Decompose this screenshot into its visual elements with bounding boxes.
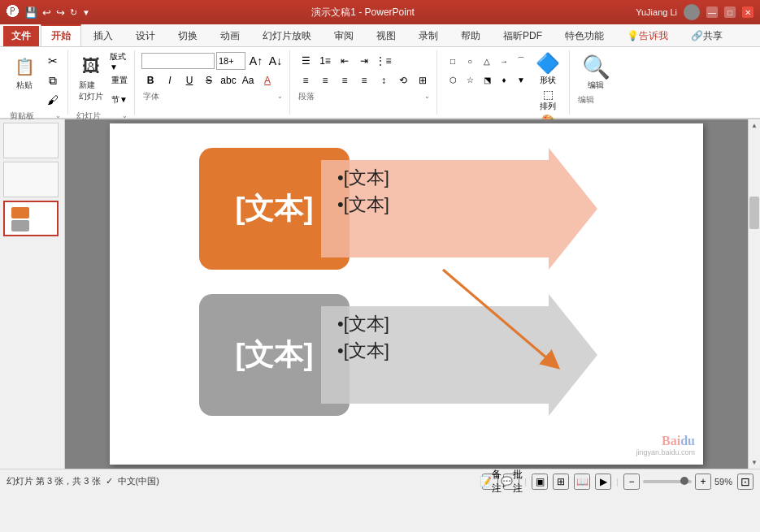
layout-button[interactable]: 版式▼ xyxy=(110,52,129,70)
increase-indent-btn[interactable]: ⇥ xyxy=(355,52,373,70)
tab-insert[interactable]: 插入 xyxy=(83,25,124,46)
zoom-out-btn[interactable]: − xyxy=(623,474,640,490)
tab-slideshow[interactable]: 幻灯片放映 xyxy=(252,25,322,46)
zoom-slider[interactable] xyxy=(643,480,692,483)
close-btn[interactable]: ✕ xyxy=(742,6,753,18)
scroll-down-btn[interactable]: ▼ xyxy=(749,456,761,469)
para-expand[interactable]: ⌄ xyxy=(424,93,430,100)
tab-search[interactable]: 💡告诉我 xyxy=(616,25,679,46)
bullet-bottom-1[interactable]: •[文本] xyxy=(337,310,389,337)
align-left-btn[interactable]: ≡ xyxy=(297,71,315,89)
tab-file[interactable]: 文件 xyxy=(3,26,39,46)
new-slide-button[interactable]: 🖼 新建幻灯片 xyxy=(75,52,107,104)
scroll-thumb[interactable] xyxy=(749,197,759,229)
redo-icon[interactable]: ↪ xyxy=(56,6,65,19)
align-right-btn[interactable]: ≡ xyxy=(336,71,354,89)
slides-expand[interactable]: ⌄ xyxy=(122,112,128,119)
notes-btn[interactable]: 📝 备注 xyxy=(482,474,498,490)
text-direction-btn[interactable]: ⟲ xyxy=(394,71,412,89)
gray-arrow-text[interactable]: •[文本] •[文本] xyxy=(337,310,389,364)
pink-arrow[interactable]: •[文本] •[文本] xyxy=(321,148,597,270)
shape-btn-3[interactable]: △ xyxy=(478,52,496,70)
scroll-up-btn[interactable]: ▲ xyxy=(749,119,761,132)
zoom-in-btn[interactable]: + xyxy=(695,474,711,490)
lang-label[interactable]: 中文(中国) xyxy=(118,475,159,487)
shape-btn-9[interactable]: ♦ xyxy=(495,71,513,89)
strikethrough-btn[interactable]: S xyxy=(200,71,218,89)
clipboard-expand[interactable]: ⌄ xyxy=(55,112,61,119)
text-shadow-btn[interactable]: abc xyxy=(219,71,237,89)
arrange-btn[interactable]: ⬚ 排列 xyxy=(532,88,564,112)
format-painter-button[interactable]: 🖌 xyxy=(43,91,63,109)
slideshow-btn[interactable]: ▶ xyxy=(595,474,611,490)
canvas-area[interactable]: [文本] •[文本] •[文本] [文本] xyxy=(65,119,748,469)
orange-shape-text[interactable]: [文本] xyxy=(236,189,314,229)
fit-window-btn[interactable]: ⊡ xyxy=(737,474,753,490)
maximize-btn[interactable]: □ xyxy=(724,6,736,18)
char-space-btn[interactable]: Aa xyxy=(239,71,257,89)
normal-view-btn[interactable]: ▣ xyxy=(532,474,548,490)
gray-arrow[interactable]: •[文本] •[文本] xyxy=(321,294,597,416)
shape-btn-6[interactable]: ⬡ xyxy=(444,71,462,89)
slide-thumb-1[interactable] xyxy=(3,123,59,158)
font-size-input[interactable] xyxy=(216,52,245,70)
font-decrease-btn[interactable]: A↓ xyxy=(267,52,284,70)
shape-btn-4[interactable]: → xyxy=(495,52,513,70)
edit-button[interactable]: 🔍 编辑 xyxy=(580,52,612,93)
tab-transitions[interactable]: 切换 xyxy=(167,25,208,46)
slide-thumb-3[interactable] xyxy=(3,201,59,236)
comments-btn[interactable]: 💬 批注 xyxy=(503,474,519,490)
tab-share[interactable]: 🔗共享 xyxy=(680,25,733,46)
section-button[interactable]: 节▼ xyxy=(110,91,129,109)
tab-special[interactable]: 特色功能 xyxy=(554,25,615,46)
qa-dropdown[interactable]: ▼ xyxy=(82,8,90,17)
tab-animations[interactable]: 动画 xyxy=(210,25,250,46)
tab-home[interactable]: 开始 xyxy=(41,24,81,46)
slide-thumb-2[interactable] xyxy=(3,162,59,197)
shape-btn-7[interactable]: ☆ xyxy=(461,71,479,89)
tab-view[interactable]: 视图 xyxy=(366,25,406,46)
zoom-level[interactable]: 59% xyxy=(714,477,732,487)
bullet-bottom-2[interactable]: •[文本] xyxy=(337,337,389,364)
tab-help[interactable]: 帮助 xyxy=(450,25,491,46)
pink-arrow-text[interactable]: •[文本] •[文本] xyxy=(337,164,389,218)
decrease-indent-btn[interactable]: ⇤ xyxy=(336,52,354,70)
reset-button[interactable]: 重置 xyxy=(110,71,129,89)
minimize-btn[interactable]: — xyxy=(706,6,718,18)
bullet-top-2[interactable]: •[文本] xyxy=(337,191,389,218)
tab-record[interactable]: 录制 xyxy=(408,25,449,46)
align-justify-btn[interactable]: ≡ xyxy=(355,71,373,89)
gray-shape-text[interactable]: [文本] xyxy=(236,335,314,375)
line-spacing-btn[interactable]: ↕ xyxy=(375,71,393,89)
shape-btn-8[interactable]: ⬔ xyxy=(478,71,496,89)
undo-icon[interactable]: ↩ xyxy=(42,6,51,19)
bold-btn[interactable]: B xyxy=(141,71,159,89)
tab-foxit[interactable]: 福昕PDF xyxy=(493,25,553,46)
smartart-btn[interactable]: ⊞ xyxy=(414,71,432,89)
numbering-btn[interactable]: 1≡ xyxy=(316,52,334,70)
italic-btn[interactable]: I xyxy=(161,71,179,89)
tab-design[interactable]: 设计 xyxy=(125,25,166,46)
columns-btn[interactable]: ⋮≡ xyxy=(375,52,393,70)
shapes-dropdown-btn[interactable]: 🔷 形状 xyxy=(532,52,564,86)
shape-btn-5[interactable]: ⌒ xyxy=(512,52,530,70)
shape-btn-2[interactable]: ○ xyxy=(461,52,479,70)
bullet-top-1[interactable]: •[文本] xyxy=(337,164,389,191)
underline-btn[interactable]: U xyxy=(180,71,198,89)
font-increase-btn[interactable]: A↑ xyxy=(247,52,265,70)
reading-view-btn[interactable]: 📖 xyxy=(574,474,590,490)
shape-btn-more[interactable]: ▼ xyxy=(512,71,530,89)
save-icon[interactable]: 💾 xyxy=(24,6,37,19)
slide-sorter-btn[interactable]: ⊞ xyxy=(553,474,569,490)
align-center-btn[interactable]: ≡ xyxy=(316,71,334,89)
tab-review[interactable]: 审阅 xyxy=(324,25,364,46)
repeat-icon[interactable]: ↻ xyxy=(70,7,77,18)
bullets-btn[interactable]: ☰ xyxy=(297,52,315,70)
shape-btn-1[interactable]: □ xyxy=(444,52,462,70)
copy-button[interactable]: ⧉ xyxy=(43,71,63,89)
cut-button[interactable]: ✂ xyxy=(43,52,63,70)
font-name-input[interactable] xyxy=(141,53,215,69)
font-expand[interactable]: ⌄ xyxy=(277,93,283,100)
font-color-btn[interactable]: A xyxy=(258,71,276,89)
paste-button[interactable]: 📋 粘贴 xyxy=(8,52,41,93)
